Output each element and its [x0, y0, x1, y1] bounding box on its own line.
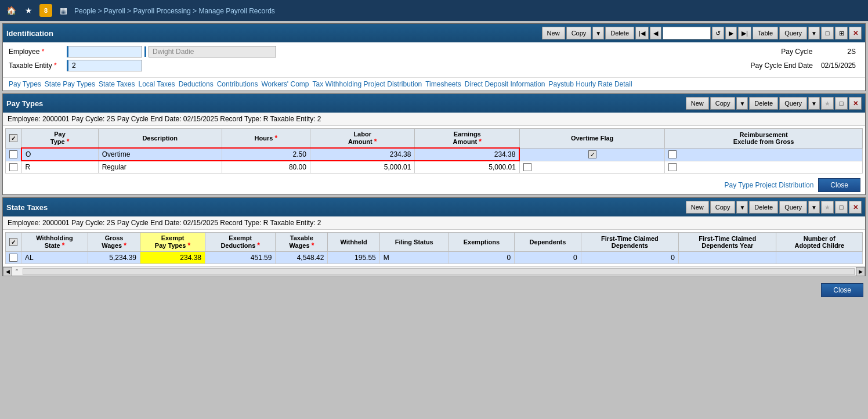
- bottom-close-button[interactable]: Close: [821, 283, 863, 297]
- nav-link-direct-deposit[interactable]: Direct Deposit Information: [465, 80, 545, 88]
- nav-link-state-pay-types[interactable]: State Pay Types: [45, 80, 95, 88]
- identification-copy-dropdown[interactable]: ▼: [592, 27, 604, 39]
- home-icon[interactable]: 🏠: [5, 4, 17, 17]
- pay-types-info-bar: Employee: 2000001 Pay Cycle: 2S Pay Cycl…: [3, 113, 865, 126]
- row1-labor-amount: 234.38: [310, 148, 415, 161]
- pay-cycle-end-date-label: Pay Cycle End Date: [751, 62, 813, 70]
- pay-types-table: ✓ PayType * Description Hours * LaborAmo…: [5, 128, 863, 174]
- favorites-icon[interactable]: ★: [22, 4, 35, 17]
- pay-types-copy-button[interactable]: Copy: [710, 97, 736, 110]
- identification-table-button[interactable]: Table: [753, 27, 778, 39]
- st-row1-taxable-wages: 4,548.42: [276, 252, 328, 264]
- nav-link-paystub[interactable]: Paystub Hourly Rate Detail: [549, 80, 632, 88]
- pay-type-project-distribution-link[interactable]: Pay Type Project Distribution: [724, 181, 813, 189]
- state-taxes-row-1[interactable]: AL 5,234.39 234.38 451.59 4,548.42 195.5…: [6, 252, 863, 264]
- identification-query-dropdown[interactable]: ▼: [808, 27, 820, 39]
- grid-icon[interactable]: ▦: [57, 4, 70, 17]
- taxable-entity-field[interactable]: 2: [67, 60, 142, 71]
- badge-icon[interactable]: 8: [39, 4, 52, 17]
- row1-reimbursement[interactable]: [665, 148, 863, 161]
- state-taxes-query-button[interactable]: Query: [779, 201, 807, 214]
- identification-query-button[interactable]: Query: [779, 27, 807, 39]
- row1-earnings-amount: 234.38: [415, 148, 520, 161]
- identification-expand-button[interactable]: ⊞: [835, 27, 848, 39]
- identification-delete-button[interactable]: Delete: [605, 27, 634, 39]
- identification-new-button[interactable]: New: [542, 27, 565, 39]
- pay-types-expand-button[interactable]: □: [835, 97, 848, 110]
- nav-link-timesheets[interactable]: Timesheets: [425, 80, 461, 88]
- state-taxes-delete-button[interactable]: Delete: [749, 201, 778, 214]
- breadcrumb-text: People > Payroll > Payroll Processing > …: [74, 7, 275, 15]
- scroll-right-button[interactable]: ▶: [856, 267, 865, 276]
- pay-types-row-1[interactable]: O Overtime 2.50 234.38 234.38 ✓: [6, 148, 863, 161]
- pay-types-star-button[interactable]: ★: [821, 97, 834, 110]
- row2-check[interactable]: [6, 161, 22, 174]
- identification-title: Identification: [6, 29, 53, 38]
- state-taxes-copy-button[interactable]: Copy: [710, 201, 736, 214]
- pay-types-check-header: ✓: [6, 129, 22, 149]
- nav-first-button[interactable]: |◀: [635, 27, 649, 39]
- pay-types-table-container: ✓ PayType * Description Hours * LaborAmo…: [3, 126, 865, 176]
- bottom-bar: Close: [0, 281, 868, 299]
- pay-types-close-button[interactable]: ✕: [849, 97, 862, 110]
- nav-link-contributions[interactable]: Contributions: [217, 80, 258, 88]
- pay-types-close-button[interactable]: Close: [818, 178, 860, 192]
- nav-link-tax-withholding[interactable]: Tax Withholding Project Distribution: [312, 80, 422, 88]
- row2-reimbursement[interactable]: [665, 161, 863, 174]
- exempt-pay-types-col-header: ExemptPay Types *: [140, 233, 205, 252]
- reimbursement-col-header: ReimbursementExclude from Gross: [665, 129, 863, 149]
- pay-types-query-button[interactable]: Query: [779, 97, 807, 110]
- nav-next-button[interactable]: ▶: [725, 27, 737, 39]
- row1-check[interactable]: [6, 148, 22, 161]
- state-taxes-expand-button[interactable]: □: [835, 201, 848, 214]
- row2-overtime-flag[interactable]: [519, 161, 664, 174]
- nav-prev-button[interactable]: ◀: [650, 27, 661, 39]
- pay-types-new-button[interactable]: New: [686, 97, 709, 110]
- state-taxes-table: ✓ WithholdingState * GrossWages * Exempt…: [5, 232, 863, 264]
- breadcrumb: People > Payroll > Payroll Processing > …: [74, 6, 275, 15]
- identification-copy-button[interactable]: Copy: [566, 27, 592, 39]
- pay-cycle-label: Pay Cycle: [781, 48, 839, 56]
- pay-types-footer: Pay Type Project Distribution Close: [3, 176, 865, 194]
- identification-pin-button[interactable]: □: [821, 27, 834, 39]
- state-taxes-new-button[interactable]: New: [686, 201, 709, 214]
- row1-overtime-flag[interactable]: ✓: [519, 148, 664, 161]
- taxable-wages-col-header: TaxableWages *: [276, 233, 328, 252]
- labor-amount-col-header: LaborAmount *: [310, 129, 415, 149]
- identification-close-button[interactable]: ✕: [849, 27, 862, 39]
- first-time-year-col-header: First-Time ClaimedDependents Year: [679, 233, 776, 252]
- pay-types-row-2[interactable]: R Regular 80.00 5,000.01 5,000.01: [6, 161, 863, 174]
- scroll-track[interactable]: [23, 268, 855, 275]
- hours-col-header: Hours *: [222, 129, 310, 149]
- employee-id-field[interactable]: [67, 46, 142, 57]
- pay-types-query-dropdown[interactable]: ▼: [808, 97, 820, 110]
- nav-last-button[interactable]: ▶|: [738, 27, 751, 39]
- taxable-entity-row: Taxable Entity * 2 Pay Cycle End Date 02…: [9, 60, 859, 71]
- state-taxes-scrollbar[interactable]: ◀ ″ ▶: [3, 266, 865, 276]
- taxable-entity-required-star: *: [54, 62, 57, 70]
- record-count: 1 of 1 Existing: [663, 27, 711, 39]
- st-row1-adopted-children: [776, 252, 863, 264]
- state-taxes-select-all[interactable]: ✓: [9, 238, 17, 246]
- state-taxes-copy-dropdown[interactable]: ▼: [736, 201, 748, 214]
- scroll-left-button[interactable]: ◀: [3, 267, 12, 276]
- row1-pay-type: O: [21, 148, 98, 161]
- nav-link-workers-comp[interactable]: Workers' Comp: [261, 80, 309, 88]
- state-taxes-table-container: ✓ WithholdingState * GrossWages * Exempt…: [3, 230, 865, 266]
- state-taxes-query-dropdown[interactable]: ▼: [808, 201, 820, 214]
- nav-link-state-taxes[interactable]: State Taxes: [99, 80, 135, 88]
- state-taxes-close-button[interactable]: ✕: [849, 201, 862, 214]
- earnings-amount-col-header: EarningsAmount *: [415, 129, 520, 149]
- nav-refresh-button[interactable]: ↺: [712, 27, 724, 39]
- pay-types-delete-button[interactable]: Delete: [749, 97, 778, 110]
- state-taxes-star-button[interactable]: ★: [821, 201, 834, 214]
- row2-earnings-amount: 5,000.01: [415, 161, 520, 174]
- st-row1-check[interactable]: [6, 252, 21, 264]
- nav-link-local-taxes[interactable]: Local Taxes: [138, 80, 175, 88]
- row1-description: Overtime: [98, 148, 222, 161]
- nav-link-pay-types[interactable]: Pay Types: [9, 80, 41, 88]
- pay-types-controls: New Copy ▼ Delete Query ▼ ★ □ ✕: [686, 97, 862, 110]
- nav-link-deductions[interactable]: Deductions: [179, 80, 214, 88]
- pay-types-copy-dropdown[interactable]: ▼: [736, 97, 748, 110]
- select-all-checkbox[interactable]: ✓: [9, 134, 17, 142]
